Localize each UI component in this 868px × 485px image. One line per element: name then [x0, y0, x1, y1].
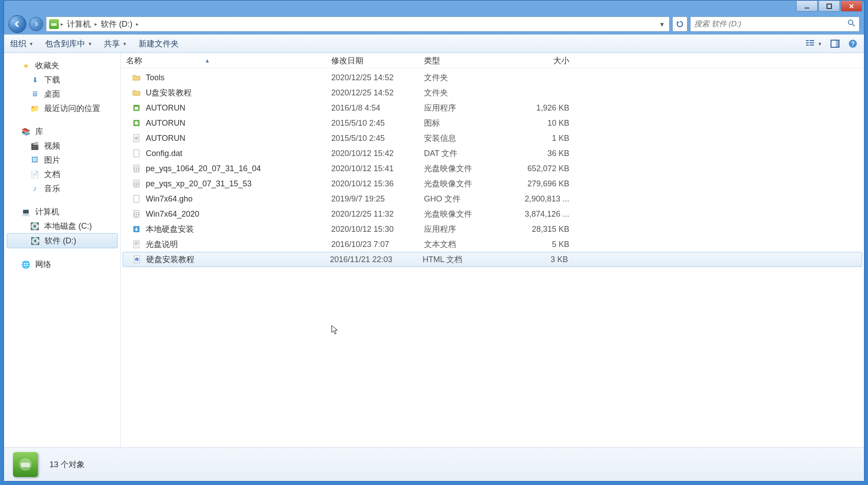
computer-icon: 💻	[21, 207, 31, 217]
file-row[interactable]: AUTORUN2016/1/8 4:54应用程序1,926 KB	[121, 100, 864, 115]
svg-point-23	[136, 169, 137, 170]
preview-pane-button[interactable]	[830, 39, 840, 49]
sidebar-header-libraries[interactable]: 📚 库	[4, 124, 120, 139]
maximize-button[interactable]	[819, 1, 840, 12]
svg-rect-6	[806, 45, 809, 45]
file-row[interactable]: e硬盘安装教程2016/11/21 22:03HTML 文档3 KB	[123, 252, 862, 267]
column-header-name[interactable]: 名称 ▲	[121, 55, 326, 66]
file-type: 文本文档	[419, 239, 511, 250]
download-icon: ⬇	[30, 75, 40, 85]
svg-rect-9	[810, 45, 814, 45]
file-date: 2020/12/25 14:52	[326, 73, 419, 82]
picture-icon: 🖼	[30, 155, 40, 165]
sidebar-group-network: 🌐 网络	[4, 257, 120, 271]
file-row[interactable]: AUTORUN2015/5/10 2:45图标10 KB	[121, 115, 864, 131]
sidebar-item-desktop[interactable]: 🖥 桌面	[4, 87, 120, 101]
file-date: 2019/9/7 19:25	[326, 194, 419, 204]
include-library-menu[interactable]: 包含到库中▼	[45, 38, 92, 49]
file-pane: 名称 ▲ 修改日期 类型 大小 Tools2020/12/25 14:52文件夹…	[121, 53, 864, 447]
window-controls	[796, 1, 862, 12]
file-row[interactable]: AUTORUN2015/5/10 2:45安装信息1 KB	[121, 131, 864, 146]
file-type: 光盘映像文件	[419, 178, 511, 189]
file-date: 2020/10/12 15:36	[326, 179, 419, 189]
iso-icon	[132, 179, 141, 189]
file-row[interactable]: 本地硬盘安装2020/10/12 15:30应用程序28,315 KB	[121, 222, 864, 237]
help-button[interactable]: ?	[848, 39, 858, 49]
sidebar-item-recent[interactable]: 📁 最近访问的位置	[4, 101, 120, 115]
svg-rect-15	[135, 107, 138, 110]
folder-icon	[132, 88, 141, 98]
back-button[interactable]	[8, 15, 26, 33]
file-icon	[132, 194, 141, 204]
view-mode-button[interactable]: ▼	[805, 39, 822, 49]
sidebar-item-documents[interactable]: 📄 文档	[4, 167, 120, 181]
sidebar-header-network[interactable]: 🌐 网络	[4, 257, 120, 271]
sidebar-item-drive-c[interactable]: 💽 本地磁盘 (C:)	[4, 219, 120, 233]
svg-rect-34	[135, 243, 138, 244]
address-bar[interactable]: ▸ 计算机 ▸ 软件 (D:) ▸ ▾	[46, 16, 670, 32]
address-dropdown-icon[interactable]: ▾	[658, 20, 666, 29]
breadcrumb-segment[interactable]: 软件 (D:)	[99, 19, 134, 29]
minimize-button[interactable]	[796, 1, 818, 12]
share-menu[interactable]: 共享▼	[104, 38, 127, 49]
svg-rect-11	[836, 40, 839, 47]
file-list[interactable]: Tools2020/12/25 14:52文件夹U盘安装教程2020/12/25…	[121, 68, 864, 447]
column-header-type[interactable]: 类型	[419, 55, 511, 66]
network-icon: 🌐	[21, 259, 31, 269]
sidebar-item-music[interactable]: ♪ 音乐	[4, 181, 120, 196]
sidebar-item-drive-d[interactable]: 💽 软件 (D:)	[7, 233, 118, 248]
svg-point-30	[136, 214, 137, 215]
file-row[interactable]: pe_yqs_xp_20_07_31_15_532020/10/12 15:36…	[121, 176, 864, 191]
sidebar-item-pictures[interactable]: 🖼 图片	[4, 153, 120, 167]
installer-icon	[132, 224, 141, 234]
file-type: 光盘映像文件	[419, 163, 511, 174]
chevron-right-icon: ▸	[61, 21, 63, 27]
svg-rect-20	[134, 150, 139, 157]
file-size: 36 KB	[511, 149, 578, 158]
file-date: 2016/10/23 7:07	[326, 240, 419, 249]
file-row[interactable]: 光盘说明2016/10/23 7:07文本文档5 KB	[121, 237, 864, 252]
sidebar-item-downloads[interactable]: ⬇ 下载	[4, 73, 120, 87]
breadcrumb-segment[interactable]: 计算机	[65, 19, 93, 29]
chevron-right-icon: ▸	[136, 21, 139, 27]
svg-rect-35	[135, 245, 137, 245]
file-name: U盘安装教程	[146, 87, 192, 98]
file-row[interactable]: Tools2020/12/25 14:52文件夹	[121, 70, 864, 85]
sidebar-group-libraries: 📚 库 🎬 视频 🖼 图片 📄 文档 ♪ 音乐	[4, 124, 120, 196]
svg-text:?: ?	[851, 40, 855, 47]
sidebar-header-computer[interactable]: 💻 计算机	[4, 205, 120, 219]
search-input[interactable]	[694, 20, 847, 29]
file-name: AUTORUN	[146, 119, 185, 128]
svg-point-17	[135, 121, 138, 125]
file-row[interactable]: Win7x64_20202020/12/25 11:32光盘映像文件3,874,…	[121, 206, 864, 222]
sidebar-item-videos[interactable]: 🎬 视频	[4, 139, 120, 153]
svg-rect-1	[827, 4, 831, 8]
file-date: 2015/5/10 2:45	[326, 119, 419, 128]
svg-rect-40	[21, 463, 30, 467]
column-header-size[interactable]: 大小	[511, 55, 578, 66]
close-button[interactable]	[841, 1, 862, 12]
search-box[interactable]	[690, 16, 860, 32]
file-size: 5 KB	[511, 240, 578, 249]
file-name: AUTORUN	[146, 134, 185, 143]
file-icon	[132, 148, 141, 158]
new-folder-button[interactable]: 新建文件夹	[139, 38, 179, 49]
refresh-button[interactable]	[672, 16, 687, 32]
file-row[interactable]: pe_yqs_1064_20_07_31_16_042020/10/12 15:…	[121, 161, 864, 176]
column-header-date[interactable]: 修改日期	[326, 55, 419, 66]
file-row[interactable]: Config.dat2020/10/12 15:42DAT 文件36 KB	[121, 146, 864, 161]
sidebar-group-favorites: ★ 收藏夹 ⬇ 下载 🖥 桌面 📁 最近访问的位置	[4, 58, 120, 115]
svg-rect-2	[51, 23, 57, 26]
file-type: 应用程序	[419, 224, 511, 234]
file-name: AUTORUN	[146, 103, 185, 113]
drive-icon	[49, 19, 59, 29]
sidebar-header-favorites[interactable]: ★ 收藏夹	[4, 58, 120, 73]
file-date: 2020/10/12 15:41	[326, 164, 419, 173]
organize-menu[interactable]: 组织▼	[10, 38, 33, 49]
file-row[interactable]: Win7x64.gho2019/9/7 19:25GHO 文件2,900,813…	[121, 191, 864, 206]
file-row[interactable]: U盘安装教程2020/12/25 14:52文件夹	[121, 85, 864, 100]
forward-button[interactable]	[29, 17, 43, 31]
svg-point-26	[136, 184, 137, 185]
file-size: 3 KB	[510, 255, 577, 264]
drive-icon: 💽	[30, 221, 40, 231]
